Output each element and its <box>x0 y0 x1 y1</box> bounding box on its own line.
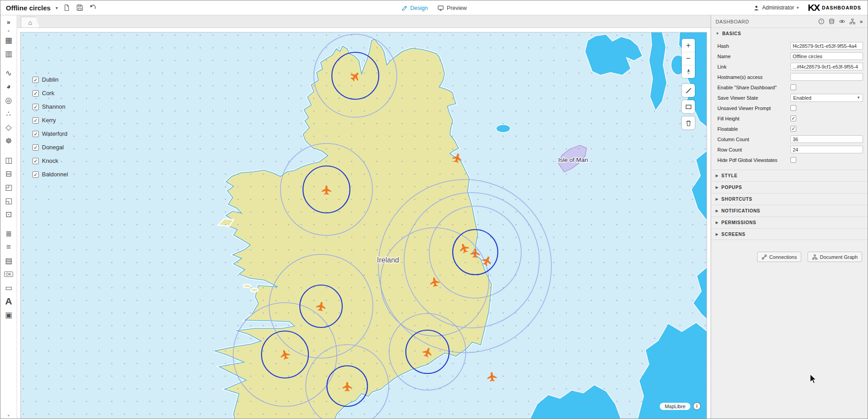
section-shortcuts[interactable]: ▶SHORTCUTS <box>711 193 868 205</box>
field-input-hostname-s-access[interactable] <box>790 73 863 81</box>
section-notifications[interactable]: ▶NOTIFICATIONS <box>711 205 868 216</box>
new-file-icon[interactable] <box>63 4 71 12</box>
field-checkbox-floatable[interactable]: ✓ <box>790 126 796 132</box>
widget-tabs-icon[interactable]: ◰ <box>0 180 17 194</box>
widget-media-icon[interactable]: ▣ <box>0 308 17 322</box>
dashboard-title[interactable]: Offline circles <box>6 4 51 12</box>
rectangle-tool-icon <box>685 103 692 111</box>
widget-canvas-icon[interactable]: ⊡ <box>0 207 17 221</box>
kx-dashboards-logo: KX DASHBOARDS <box>808 2 861 13</box>
collapse-sidebar-icon[interactable]: » <box>0 17 17 28</box>
widget-color-wheel-icon[interactable]: ☸ <box>0 134 17 147</box>
design-tab[interactable]: Design <box>401 5 428 11</box>
widget-scatter-chart-icon[interactable]: ∴ <box>0 107 17 120</box>
widget-pie-chart-icon[interactable]: ◕ <box>0 80 17 93</box>
field-input-name[interactable] <box>790 52 863 60</box>
connections-icon <box>762 254 767 260</box>
home-screen-tab[interactable]: ⌂ <box>21 17 40 28</box>
section-permissions[interactable]: ▶PERMISSIONS <box>711 216 868 228</box>
section-basics[interactable]: ▼ BASICS <box>711 28 868 39</box>
section-basics-label: BASICS <box>722 31 741 36</box>
maplibre-attribution[interactable]: MapLibre <box>660 403 690 410</box>
widget-pivot-grid-icon[interactable]: ▥ <box>0 47 17 60</box>
undo-icon[interactable] <box>89 4 97 12</box>
draw-rectangle-button[interactable] <box>682 100 695 113</box>
help-icon[interactable]: ? <box>818 18 824 24</box>
section-style[interactable]: ▶STYLE <box>711 170 868 181</box>
field-select-save-viewer-state[interactable]: Enabled▼ <box>790 94 863 102</box>
widget-data-grid-icon[interactable]: ▦ <box>0 33 17 47</box>
app-window: Offline circles ▾ Design Preview <box>0 0 868 419</box>
layer-checkbox-donegal[interactable]: ✓ <box>32 144 39 151</box>
compass-button[interactable] <box>682 65 695 78</box>
layer-checkbox-baldonnel[interactable]: ✓ <box>32 171 39 178</box>
title-dropdown-caret[interactable]: ▾ <box>55 5 58 10</box>
field-input-row-count[interactable] <box>790 146 863 153</box>
field-checkbox-enable-share-dashboard[interactable] <box>790 84 796 90</box>
delete-shapes-button[interactable] <box>682 116 695 129</box>
widget-panel-icon[interactable]: ◱ <box>0 194 17 207</box>
field-input-link[interactable] <box>790 63 863 70</box>
widget-text-block-icon[interactable]: ≡ <box>0 240 17 254</box>
toolbar-scroll-down[interactable]: ▾ <box>8 414 9 418</box>
layer-checkbox-dublin[interactable]: ✓ <box>32 77 39 83</box>
layer-toggle-knock[interactable]: ✓Knock <box>32 156 68 166</box>
document-graph-button[interactable]: Document Graph <box>808 252 862 262</box>
section-popups[interactable]: ▶POPUPS <box>711 181 868 193</box>
document-graph-button-label: Document Graph <box>820 254 858 260</box>
ruler-icon <box>685 87 692 94</box>
section-notifications-label: NOTIFICATIONS <box>721 208 760 213</box>
map[interactable]: Ireland Isle of Man <box>21 32 707 419</box>
eye-icon[interactable] <box>839 18 845 24</box>
layer-checkbox-shannon[interactable]: ✓ <box>32 104 39 110</box>
layer-toggle-baldonnel[interactable]: ✓Baldonnel <box>32 170 68 179</box>
widget-list-icon[interactable]: ≣ <box>0 227 17 240</box>
datasources-icon[interactable] <box>829 18 835 24</box>
zoom-in-button[interactable]: + <box>682 39 695 52</box>
preview-tab[interactable]: Preview <box>438 5 467 11</box>
field-input-column-count[interactable] <box>790 135 863 143</box>
attribution-info-icon[interactable]: i <box>693 402 701 410</box>
connections-button[interactable]: Connections <box>757 252 801 262</box>
layer-checkbox-knock[interactable]: ✓ <box>32 158 39 164</box>
widget-line-chart-icon[interactable]: ∿ <box>0 66 17 80</box>
airport-layer-list: ✓Dublin✓Cork✓Shannon✓Kerry✓Waterford✓Don… <box>32 75 68 179</box>
widget-button-icon[interactable]: OK <box>0 267 17 281</box>
section-screens[interactable]: ▶SCREENS <box>711 228 868 240</box>
field-row-column-count: Column Count <box>711 134 868 144</box>
widget-layout-rows-icon[interactable]: ⊟ <box>0 167 17 180</box>
layer-toggle-shannon[interactable]: ✓Shannon <box>32 102 68 111</box>
user-menu[interactable]: Administrator ▾ <box>753 5 799 11</box>
section-basics-caret-icon: ▼ <box>716 32 720 36</box>
layer-toggle-cork[interactable]: ✓Cork <box>32 88 68 98</box>
layer-toggle-kerry[interactable]: ✓Kerry <box>32 115 68 125</box>
layer-checkbox-cork[interactable]: ✓ <box>32 90 39 97</box>
field-input-hash[interactable] <box>790 42 863 50</box>
widget-form-icon[interactable]: ▤ <box>0 254 17 267</box>
field-checkbox-hide-pdf-global-viewstates[interactable] <box>790 157 796 163</box>
save-icon[interactable] <box>76 4 84 12</box>
widget-donut-chart-icon[interactable]: ◎ <box>0 93 17 107</box>
field-checkbox-unsaved-viewer-prompt[interactable] <box>790 105 796 111</box>
field-checkbox-fill-height[interactable]: ✓ <box>790 115 796 121</box>
user-name: Administrator <box>762 5 794 11</box>
widget-3d-chart-icon[interactable]: ◇ <box>0 120 17 134</box>
map-widget[interactable]: Ireland Isle of Man ✓Dublin✓Cork✓Shannon… <box>20 32 707 419</box>
zoom-out-button[interactable]: − <box>682 52 695 65</box>
widget-text-icon[interactable]: A <box>0 295 17 308</box>
field-row-row-count: Row Count <box>711 144 868 155</box>
widget-layout-columns-icon[interactable]: ◫ <box>0 153 17 167</box>
layer-toggle-donegal[interactable]: ✓Donegal <box>32 143 68 152</box>
layer-toggle-waterford[interactable]: ✓Waterford <box>32 129 68 138</box>
field-label-save-viewer-state: Save Viewer State <box>717 95 758 101</box>
widget-input-field-icon[interactable]: ▭ <box>0 281 17 295</box>
layer-checkbox-waterford[interactable]: ✓ <box>32 131 39 137</box>
monitor-icon <box>438 5 444 11</box>
toolbar-scroll-up-icon[interactable]: ▴ <box>0 28 17 33</box>
measure-tool-button[interactable] <box>682 84 695 97</box>
layer-checkbox-kerry[interactable]: ✓ <box>32 117 39 124</box>
collapse-panel-icon[interactable]: » <box>860 18 863 25</box>
field-label-unsaved-viewer-prompt: Unsaved Viewer Prompt <box>717 106 771 111</box>
layer-toggle-dublin[interactable]: ✓Dublin <box>32 75 68 84</box>
document-graph-icon[interactable] <box>850 18 855 24</box>
